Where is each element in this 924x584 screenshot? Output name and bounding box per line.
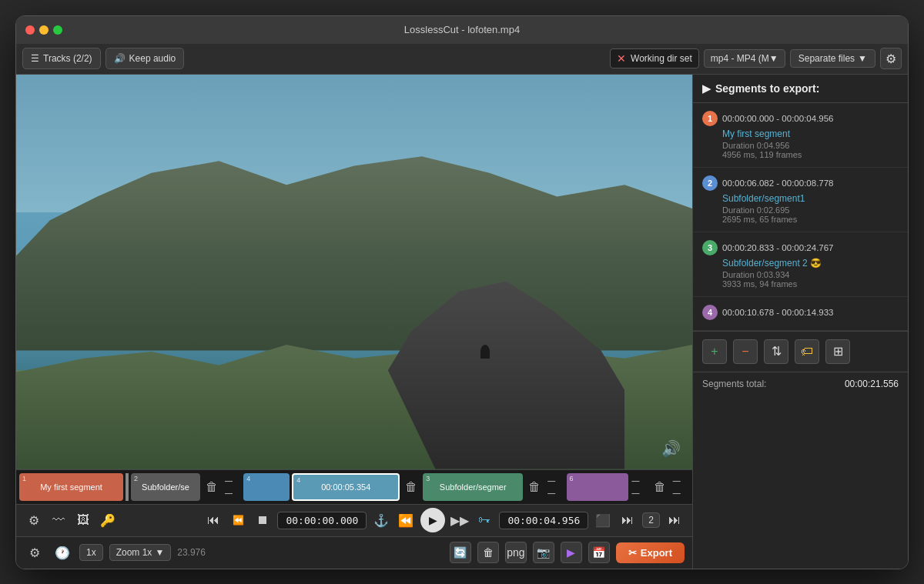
rewind-button[interactable]: ⏪ (396, 510, 416, 530)
segment-3-badge: 3 (702, 240, 718, 255)
segment-1-time: 00:00:00.000 - 00:00:04.956 (722, 114, 834, 123)
separator2: ─ ─ (546, 475, 564, 499)
tracks-button[interactable]: ☰ Tracks (2/2) (22, 48, 101, 69)
keep-audio-button[interactable]: 🔊 Keep audio (105, 48, 185, 69)
add-segment-button[interactable]: + (702, 339, 727, 364)
video-container[interactable]: 🔊 (16, 75, 692, 469)
minimize-button[interactable] (39, 25, 49, 35)
timeline-segment-2[interactable]: 2 Subfolder/se (131, 473, 200, 501)
controls-area: ⚙ 〰 🖼 🔑 ⏮ ⏪ ⏹ 00:00:00.000 ⚓ ⏪ ▶ ▶▶ 🗝 00… (16, 504, 692, 536)
set-start-button[interactable]: ⏹ (253, 510, 273, 530)
separator: ─ ─ (223, 475, 241, 499)
main-content: 🔊 1 My first segment 2 Subfolder/se 🗑 ─ … (16, 75, 908, 569)
title-bar: LosslessCut - lofoten.mp4 (16, 16, 908, 44)
clock-icon[interactable]: 🕐 (52, 542, 73, 563)
multiplier-display[interactable]: 1x (79, 544, 103, 561)
mark-end-button[interactable]: ⬛ (593, 510, 613, 530)
segments-header-label: Segments to export: (715, 82, 819, 95)
branch-icon[interactable]: ⚙ (24, 542, 45, 563)
set-end-button[interactable]: ⚓ (371, 510, 391, 530)
clear-working-dir-button[interactable]: ✕ (617, 52, 626, 65)
audio-icon: 🔊 (114, 53, 126, 64)
sidebar-actions: + − ⇅ 🏷 ⊞ (693, 331, 908, 372)
bottom-bar: ⚙ 🕐 1x Zoom 1x ▼ 23.976 🔄 🗑 png 📷 (16, 536, 692, 569)
forward-button[interactable]: ▶▶ (450, 510, 470, 530)
format-label: mp4 - MP4 (M▼ (711, 53, 778, 64)
segment-1-duration: Duration 0:04.956 (722, 141, 899, 150)
segment-item-1[interactable]: 1 00:00:00.000 - 00:00:04.956 My first s… (693, 103, 908, 168)
traffic-lights (25, 25, 62, 35)
separator4: ─ ─ (671, 475, 689, 499)
prev-frame-button[interactable]: ⏪ (228, 510, 248, 530)
segment-1-badge: 1 (702, 111, 718, 126)
menu-icon: ☰ (31, 53, 39, 64)
window-title: LosslessCut - lofoten.mp4 (404, 24, 520, 35)
maximize-button[interactable] (53, 25, 62, 35)
volume-icon: 🔊 (661, 439, 681, 458)
delete-button[interactable]: 🗑 (477, 542, 499, 563)
separator3: ─ ─ (631, 475, 648, 499)
segment-2-duration: Duration 0:02.695 (722, 205, 899, 215)
segment-4-time: 00:00:10.678 - 00:00:14.933 (722, 308, 834, 317)
waveform-button[interactable]: 〰 (49, 510, 69, 530)
fps-display: 23.976 (177, 547, 206, 558)
delete-segment-6-button[interactable]: 🗑 (651, 480, 669, 494)
format-select[interactable]: mp4 - MP4 (M▼ (704, 49, 785, 68)
split-segment-button[interactable]: ⊞ (825, 339, 850, 364)
video-area: 🔊 1 My first segment 2 Subfolder/se 🗑 ─ … (16, 75, 692, 569)
timeline-segment-6[interactable]: 6 (567, 473, 628, 501)
calendar-button[interactable]: 📅 (588, 542, 610, 563)
segment-4-badge: 4 (702, 305, 718, 320)
scissors-icon: ✂ (628, 547, 637, 559)
next-segment-button[interactable]: ⏭ (665, 510, 685, 530)
key-button[interactable]: 🔑 (98, 510, 118, 530)
segment-3-name: Subfolder/segment 2 😎 (722, 258, 899, 269)
zoom-label: Zoom 1x (116, 547, 152, 558)
segment-item-2[interactable]: 2 00:00:06.082 - 00:00:08.778 Subfolder/… (693, 168, 908, 232)
toolbar: ☰ Tracks (2/2) 🔊 Keep audio ✕ Working di… (16, 44, 908, 75)
segment-item-3[interactable]: 3 00:00:20.833 - 00:00:24.767 Subfolder/… (693, 232, 908, 297)
timeline-segment-4-current[interactable]: 4 00:00:05.354 (292, 473, 400, 501)
segments-total-time: 00:00:21.556 (845, 379, 899, 389)
toolbar-right: ✕ Working dir set mp4 - MP4 (M▼ Separate… (610, 48, 902, 69)
export-label: Export (641, 547, 672, 559)
segment-2-meta: 2695 ms, 65 frames (722, 215, 899, 224)
close-button[interactable] (25, 25, 35, 35)
delete-segment-4-button[interactable]: 🗑 (402, 480, 420, 494)
camera-button[interactable]: 📷 (533, 542, 554, 563)
delete-segment-2-button[interactable]: 🗑 (203, 480, 221, 494)
segments-total: Segments total: 00:00:21.556 (693, 372, 908, 395)
timeline-segment-5[interactable]: 3 Subfolder/segmer (423, 473, 523, 501)
segment-1-meta: 4956 ms, 119 frames (722, 150, 899, 159)
segment-number-display[interactable]: 2 (642, 512, 660, 528)
sidebar: ▶ Segments to export: 1 00:00:00.000 - 0… (692, 75, 908, 569)
skip-to-end-button[interactable]: ⏭ (618, 510, 638, 530)
timeline-segment-1[interactable]: 1 My first segment (19, 473, 123, 501)
separate-files-select[interactable]: Separate files ▼ (790, 49, 875, 68)
app-icon[interactable]: ▶ (561, 542, 582, 563)
segment-3-duration: Duration 0:03.934 (722, 270, 899, 279)
reorder-segments-button[interactable]: ⇅ (764, 339, 788, 364)
loop-button[interactable]: 🔄 (450, 542, 471, 563)
screenshot-button[interactable]: 🖼 (73, 510, 93, 530)
settings-ctrl-icon[interactable]: ⚙ (24, 510, 44, 530)
play-button[interactable]: ▶ (420, 508, 445, 532)
timeline-segment-3[interactable]: 4 (243, 473, 290, 501)
delete-segment-5-button[interactable]: 🗑 (525, 480, 544, 494)
skip-to-start-button[interactable]: ⏮ (203, 510, 223, 530)
tag-segment-button[interactable]: 🏷 (795, 339, 819, 364)
export-button[interactable]: ✂ Export (616, 542, 685, 563)
png-display: png (505, 542, 527, 563)
scene-person (480, 345, 490, 359)
timeline-area: 1 My first segment 2 Subfolder/se 🗑 ─ ─ … (16, 469, 692, 504)
remove-segment-button[interactable]: − (733, 339, 758, 364)
settings-button[interactable]: ⚙ (880, 48, 902, 69)
multiplier-label: 1x (86, 547, 96, 558)
segment-item-4[interactable]: 4 00:00:10.678 - 00:00:14.933 (693, 297, 908, 331)
zoom-select[interactable]: Zoom 1x ▼ (109, 544, 172, 561)
key2-button[interactable]: 🗝 (474, 510, 494, 530)
segments-header: ▶ Segments to export: (693, 75, 908, 103)
timeline-handle-1[interactable] (126, 473, 129, 501)
dropdown-arrow-icon: ▼ (858, 53, 867, 64)
segment-3-time: 00:00:20.833 - 00:00:24.767 (722, 243, 834, 252)
